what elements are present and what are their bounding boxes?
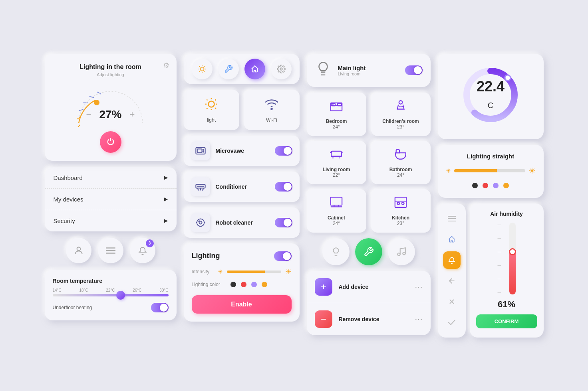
conditioner-toggle[interactable]	[275, 182, 292, 192]
wifi-device-card[interactable]: Wi-Fi	[244, 90, 300, 130]
tab-settings-icon[interactable]	[271, 59, 292, 79]
remove-device-dots[interactable]: ⋯	[415, 314, 423, 324]
ls-slider-track[interactable]	[454, 169, 525, 172]
robot-cleaner-label: Robot cleaner	[216, 219, 269, 226]
user-avatar-button[interactable]	[66, 238, 91, 263]
lighting-dial: − 27% +	[71, 83, 151, 127]
sidebar-close-btn[interactable]	[443, 293, 461, 310]
bulb-action-button[interactable]	[322, 238, 350, 265]
room-bathroom[interactable]: Bathroom 24°	[371, 141, 431, 184]
device-action-card: Add device ⋯ Remove device ⋯	[307, 271, 431, 335]
sidebar-icons	[438, 203, 466, 338]
room-childrens[interactable]: Children's room 23°	[371, 93, 431, 136]
tab-tool-icon[interactable]	[218, 59, 239, 79]
lighting-room-subtitle: Adjust lighting	[53, 72, 169, 77]
icon-tabs	[184, 54, 300, 84]
temp-gauge-card: 22.4 C	[438, 54, 544, 139]
lighting-straight-title: Lighting straight	[446, 153, 536, 160]
svg-point-63	[505, 75, 511, 81]
nav-security[interactable]: Security ▶	[45, 210, 177, 231]
svg-line-30	[215, 108, 216, 109]
tab-light-icon[interactable]	[192, 59, 213, 79]
thermo-indicator	[509, 248, 516, 255]
underfloor-toggle[interactable]	[151, 303, 169, 312]
ls-dot-red[interactable]	[483, 183, 488, 188]
nav-mydevices[interactable]: My devices ▶	[45, 189, 177, 210]
robot-cleaner-toggle[interactable]	[275, 218, 292, 227]
svg-point-10	[77, 247, 80, 251]
lighting-straight-card: Lighting straight ☀ ☀	[438, 145, 544, 198]
sidebar-check-btn[interactable]	[443, 314, 461, 331]
minus-button[interactable]: −	[86, 109, 91, 120]
plus-button[interactable]: +	[130, 109, 135, 120]
underfloor-row: Underfloor heating	[53, 303, 169, 312]
childrens-temp: 23°	[377, 124, 424, 130]
temp-scale-18: 18°C	[79, 288, 88, 292]
add-device-label: Add device	[339, 284, 408, 290]
enable-button[interactable]: Enable	[192, 295, 292, 314]
action-icons-row	[307, 238, 431, 265]
lighting-main-toggle[interactable]	[274, 251, 292, 261]
ls-dot-dark[interactable]	[472, 183, 478, 188]
svg-point-23	[280, 68, 282, 70]
underfloor-toggle-thumb	[160, 304, 168, 312]
svg-point-47	[399, 101, 403, 104]
tab-home-icon[interactable]	[244, 59, 265, 79]
sidebar-back-btn[interactable]	[443, 272, 461, 290]
menu-button[interactable]	[98, 238, 123, 263]
nav-security-arrow: ▶	[164, 218, 168, 223]
temp-scale-26: 26°C	[133, 288, 141, 292]
room-cabinet[interactable]: Cabinet 24°	[307, 189, 366, 233]
color-dot-purple[interactable]	[251, 282, 257, 287]
color-dot-orange[interactable]	[262, 282, 267, 287]
svg-point-37	[203, 151, 203, 152]
svg-line-29	[207, 99, 207, 100]
main-light-toggle[interactable]	[405, 65, 423, 75]
power-button[interactable]	[100, 131, 121, 153]
air-humidity-card: Air humidity — — — — — —	[470, 203, 544, 338]
ls-dots	[446, 181, 536, 190]
remove-device-row[interactable]: Remove device ⋯	[307, 303, 431, 335]
notification-button[interactable]: 3	[130, 238, 155, 263]
temp-slider[interactable]	[53, 294, 169, 296]
robot-cleaner-icon-box	[191, 213, 210, 232]
add-device-row[interactable]: Add device ⋯	[307, 271, 431, 303]
sidebar-home-btn[interactable]	[443, 231, 461, 248]
microwave-icon-box	[191, 141, 210, 160]
bedroom-name: Bedroom	[313, 118, 360, 124]
lighting-big-title: Lighting	[192, 252, 220, 260]
intensity-track[interactable]	[227, 271, 281, 273]
light-device-card[interactable]: light	[184, 90, 239, 130]
sidebar-menu-btn[interactable]	[443, 210, 461, 227]
microwave-toggle-thumb	[284, 147, 292, 155]
ls-dot-orange[interactable]	[503, 183, 509, 188]
confirm-button[interactable]: CONFIRM	[476, 314, 537, 328]
ls-slider-row: ☀ ☀	[446, 166, 536, 176]
intensity-row: Intensity ☀ ☀	[192, 267, 292, 276]
music-action-button[interactable]	[388, 238, 415, 265]
room-bedroom[interactable]: Bedroom 24°	[307, 93, 366, 136]
scale-80: —	[498, 236, 501, 240]
nav-dashboard[interactable]: Dashboard ▶	[45, 167, 177, 189]
room-kitchen[interactable]: Kitchen 23°	[371, 189, 431, 233]
settings-action-button[interactable]	[355, 238, 382, 265]
svg-rect-35	[197, 149, 202, 152]
bathroom-name: Bathroom	[377, 167, 424, 172]
ls-dot-purple[interactable]	[493, 183, 499, 188]
scale-60: —	[498, 250, 501, 254]
sidebar-notification-btn[interactable]	[443, 251, 461, 269]
color-dot-dark[interactable]	[230, 282, 236, 287]
svg-point-40	[197, 219, 204, 226]
svg-line-6	[83, 101, 88, 105]
nav-mydevices-arrow: ▶	[164, 196, 168, 202]
gear-icon[interactable]: ⚙	[163, 61, 169, 70]
add-device-dots[interactable]: ⋯	[415, 282, 423, 292]
room-living[interactable]: Living room 22°	[307, 141, 366, 184]
color-dot-red[interactable]	[241, 282, 246, 287]
dial-percent: 27%	[99, 108, 121, 121]
temp-number: 22.4	[477, 78, 505, 95]
microwave-toggle[interactable]	[275, 146, 292, 156]
bedroom-temp: 24°	[313, 124, 360, 130]
svg-point-14	[200, 67, 204, 71]
thermo-scale: — — — — — —	[498, 223, 501, 294]
